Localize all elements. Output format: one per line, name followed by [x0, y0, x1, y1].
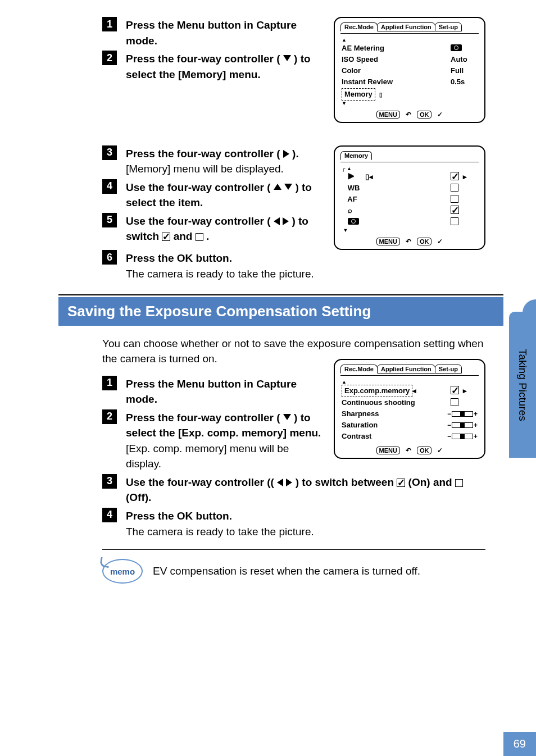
- memo-badge: memo: [102, 559, 143, 584]
- menu-row: Saturation−+: [342, 420, 478, 431]
- step-4: 4 Use the four-way controller ( ) to sel…: [102, 179, 322, 211]
- step-instruction: Press the four-way controller ( ) to sel…: [126, 412, 321, 439]
- scroll-up-icon: [342, 379, 347, 385]
- tab-applied-function: Applied Function: [377, 22, 435, 31]
- step-b3: 3 Use the four-way controller (( ) to sw…: [102, 474, 485, 505]
- step-b1: 1 Press the Menu button in Capture mode.: [102, 376, 322, 407]
- tab-set-up: Set-up: [435, 22, 462, 31]
- step-instruction: Press the four-way controller ( ).: [126, 148, 299, 160]
- back-icon: ↶: [406, 238, 411, 245]
- menu-row-selected: Exp.comp.memory◂ ▸: [342, 385, 478, 397]
- step-1: 1 Press the Menu button in Capture mode.: [102, 17, 322, 48]
- lcd-screen-memory: Memory ┌ ▲ ⯈ ▯◂ ▸ WB AF ⌕ ▼ MENU↶ OK✓: [334, 145, 485, 251]
- step-number: 1: [102, 376, 117, 390]
- checked-box-icon: [451, 172, 459, 180]
- step-instruction: Press the Menu button in Capture mode.: [126, 378, 297, 406]
- step-instruction: Press the four-way controller ( ) to sel…: [126, 53, 311, 80]
- menu-row: AE Metering: [342, 43, 478, 54]
- menu-row: ColorFull: [342, 65, 478, 76]
- memo-text: EV compensation is reset when the camera…: [153, 563, 420, 579]
- step-number: 5: [102, 213, 117, 227]
- empty-box-icon: [451, 195, 458, 203]
- step-number: 4: [102, 179, 117, 194]
- tab-rec-mode: Rec.Mode: [340, 365, 378, 374]
- menu-row-selected: Memory ▯: [342, 88, 478, 101]
- lcd-screen-rec-mode: Rec.Mode Applied Function Set-up AE Mete…: [334, 17, 485, 123]
- step-number: 1: [102, 17, 117, 31]
- up-triangle-icon: [274, 184, 281, 190]
- slider: −+: [447, 431, 478, 442]
- empty-box-icon: [196, 233, 203, 241]
- step-instruction: Use the four-way controller (( ) to swit…: [126, 476, 463, 504]
- section-title: Saving the Exposure Compensation Setting: [58, 297, 503, 326]
- menu-row: Instant Review0.5s: [342, 76, 478, 88]
- scroll-up-icon: [342, 37, 347, 43]
- metering-icon: [451, 44, 462, 51]
- left-triangle-icon: [277, 479, 283, 486]
- empty-box-icon: [451, 398, 458, 406]
- step-instruction: Press the OK button.: [126, 510, 232, 522]
- section-heading: Saving the Exposure Compensation Setting: [58, 294, 503, 326]
- step-2: 2 Press the four-way controller ( ) to s…: [102, 51, 322, 82]
- slider: −+: [447, 420, 478, 431]
- step-b2: 2 Press the four-way controller ( ) to s…: [102, 409, 322, 472]
- down-triangle-icon: [284, 184, 292, 190]
- step-number: 3: [102, 145, 117, 160]
- menu-button-label: MENU: [376, 447, 400, 454]
- left-triangle-icon: [274, 217, 280, 225]
- ok-button-label: OK: [417, 238, 432, 245]
- scroll-down-icon: [342, 101, 347, 106]
- menu-button-label: MENU: [376, 238, 400, 245]
- tab-applied-function: Applied Function: [377, 365, 435, 374]
- step-5: 5 Use the four-way controller ( ) to swi…: [102, 213, 322, 244]
- tab-rec-mode: Rec.Mode: [340, 22, 378, 31]
- step-6: 6 Press the OK button. The camera is rea…: [102, 250, 485, 281]
- empty-box-icon: [451, 217, 458, 225]
- side-tab: Taking Pictures: [509, 312, 536, 452]
- empty-box-icon: [455, 479, 463, 487]
- menu-row: ISO SpeedAuto: [342, 54, 478, 65]
- right-triangle-icon: [283, 150, 289, 158]
- right-triangle-icon: [286, 479, 292, 486]
- checked-box-icon: [162, 233, 170, 241]
- tab-set-up: Set-up: [435, 365, 462, 374]
- ok-button-label: OK: [417, 447, 432, 454]
- tab-memory: Memory: [340, 151, 372, 160]
- check-icon: ✓: [437, 111, 443, 119]
- checked-box-icon: [397, 479, 405, 487]
- step-instruction: Use the four-way controller ( ) to selec…: [126, 181, 312, 209]
- checked-box-icon: [451, 206, 459, 214]
- slider: −+: [447, 409, 478, 420]
- step-number: 4: [102, 508, 117, 522]
- menu-row: Contrast−+: [342, 431, 478, 442]
- menu-button-label: MENU: [376, 111, 400, 119]
- step-number: 6: [102, 250, 117, 265]
- step-number: 2: [102, 51, 117, 65]
- step-number: 2: [102, 409, 117, 424]
- step-body: [Memory] menu will be displayed.: [126, 161, 322, 177]
- down-triangle-icon: [283, 414, 291, 420]
- empty-box-icon: [451, 184, 458, 192]
- menu-row: Sharpness−+: [342, 408, 478, 420]
- back-icon: ↶: [406, 447, 411, 454]
- step-3: 3 Press the four-way controller ( ). [Me…: [102, 145, 322, 177]
- step-number: 3: [102, 474, 117, 489]
- step-instruction: Press the OK button.: [126, 252, 232, 264]
- step-instruction: Use the four-way controller ( ) to switc…: [126, 215, 308, 243]
- check-icon: ✓: [437, 238, 443, 245]
- side-tab-label: Taking Pictures: [516, 349, 529, 421]
- step-body: The camera is ready to take the picture.: [126, 266, 485, 282]
- page-number: 69: [503, 732, 536, 756]
- ok-button-label: OK: [417, 111, 432, 119]
- step-body: [Exp. comp. memory] menu will be display…: [126, 441, 322, 472]
- check-icon: ✓: [437, 447, 443, 454]
- step-instruction: Press the Menu button in Capture mode.: [126, 19, 297, 47]
- step-b4: 4 Press the OK button. The camera is rea…: [102, 508, 485, 539]
- menu-row-selected: ⯈ ▯◂ ▸: [342, 171, 478, 183]
- menu-row: Continuous shooting: [342, 397, 478, 408]
- back-icon: ↶: [406, 111, 411, 119]
- right-triangle-icon: [283, 217, 289, 225]
- lcd-screen-exp-comp: Rec.Mode Applied Function Set-up Exp.com…: [334, 359, 485, 459]
- step-body: The camera is ready to take the picture.: [126, 524, 485, 540]
- down-triangle-icon: [283, 55, 291, 61]
